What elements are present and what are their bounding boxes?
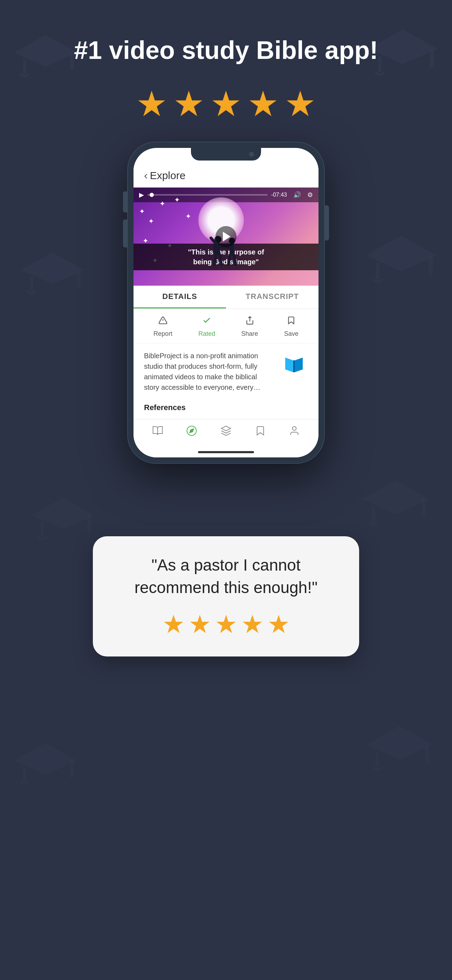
svg-line-28	[220, 255, 221, 265]
rated-action[interactable]: Rated	[198, 316, 215, 337]
rated-label: Rated	[198, 330, 215, 337]
save-icon	[286, 316, 296, 328]
star-3: ★	[210, 86, 242, 121]
home-indicator	[134, 447, 318, 457]
front-camera	[249, 152, 254, 157]
review-star-4: ★	[241, 609, 264, 639]
star-5: ★	[285, 86, 316, 121]
review-text: "As a pastor I cannot recommend this eno…	[114, 554, 338, 599]
svg-marker-41	[221, 426, 231, 431]
review-card: "As a pastor I cannot recommend this eno…	[93, 536, 359, 657]
top-star-rating: ★ ★ ★ ★ ★	[136, 86, 316, 121]
rated-icon	[202, 316, 211, 328]
report-action[interactable]: Report	[153, 316, 172, 337]
svg-line-32	[228, 255, 230, 265]
bottom-nav	[134, 419, 318, 447]
tab-transcript[interactable]: TRANSCRIPT	[226, 286, 318, 309]
svg-point-42	[293, 426, 296, 430]
star-2: ★	[173, 86, 205, 121]
svg-line-27	[215, 255, 216, 265]
nav-item-saved[interactable]	[255, 425, 266, 436]
tab-details[interactable]: DETAILS	[134, 286, 226, 309]
svg-marker-18	[14, 743, 77, 775]
description-section: BibleProject is a non-profit animation s…	[134, 344, 318, 399]
review-star-2: ★	[188, 609, 211, 639]
phone-mockup: ‹ Explore ✦ ✦ ✦ ✦ ✦ ✦ ✦ ✦	[128, 142, 324, 463]
phone-notch	[191, 148, 261, 161]
star-1: ★	[136, 86, 167, 121]
svg-rect-16	[422, 499, 426, 518]
play-button[interactable]	[215, 226, 237, 247]
svg-marker-21	[366, 726, 433, 759]
svg-rect-19	[70, 760, 73, 778]
nav-bar: ‹ Explore	[134, 162, 318, 188]
svg-line-33	[234, 255, 236, 265]
nav-title: Explore	[150, 170, 186, 181]
review-stars: ★ ★ ★ ★ ★	[114, 609, 338, 639]
share-icon	[245, 316, 255, 328]
review-star-1: ★	[162, 609, 185, 639]
svg-rect-13	[88, 515, 91, 533]
report-label: Report	[153, 330, 172, 337]
share-label: Share	[242, 330, 258, 337]
main-headline: #1 video study Bible app!	[74, 35, 378, 65]
save-action[interactable]: Save	[284, 316, 299, 337]
bibleproject-logo	[280, 350, 308, 379]
content-tabs: DETAILS TRANSCRIPT	[134, 286, 318, 309]
review-star-5: ★	[267, 609, 290, 639]
references-section: References	[134, 399, 318, 414]
nav-item-explore[interactable]	[186, 425, 197, 436]
svg-line-34	[220, 247, 230, 248]
svg-marker-12	[32, 498, 95, 529]
svg-marker-40	[190, 429, 194, 433]
svg-marker-15	[362, 480, 429, 514]
report-icon	[158, 316, 167, 328]
back-arrow-icon: ‹	[144, 169, 148, 182]
nav-item-learn[interactable]	[220, 425, 232, 436]
svg-rect-22	[425, 745, 429, 763]
star-4: ★	[247, 86, 279, 121]
references-title: References	[144, 403, 186, 412]
share-action[interactable]: Share	[242, 316, 258, 337]
video-player[interactable]: ✦ ✦ ✦ ✦ ✦ ✦ ✦ ✦	[134, 188, 318, 286]
action-bar: Report Rated	[134, 309, 318, 344]
review-star-3: ★	[215, 609, 237, 639]
nav-item-profile[interactable]	[289, 425, 300, 436]
play-icon	[223, 232, 231, 242]
description-text: BibleProject is a non-profit animation s…	[144, 350, 273, 393]
nav-item-bible[interactable]	[152, 425, 163, 436]
save-label: Save	[284, 330, 299, 337]
back-button[interactable]: ‹ Explore	[144, 169, 185, 182]
